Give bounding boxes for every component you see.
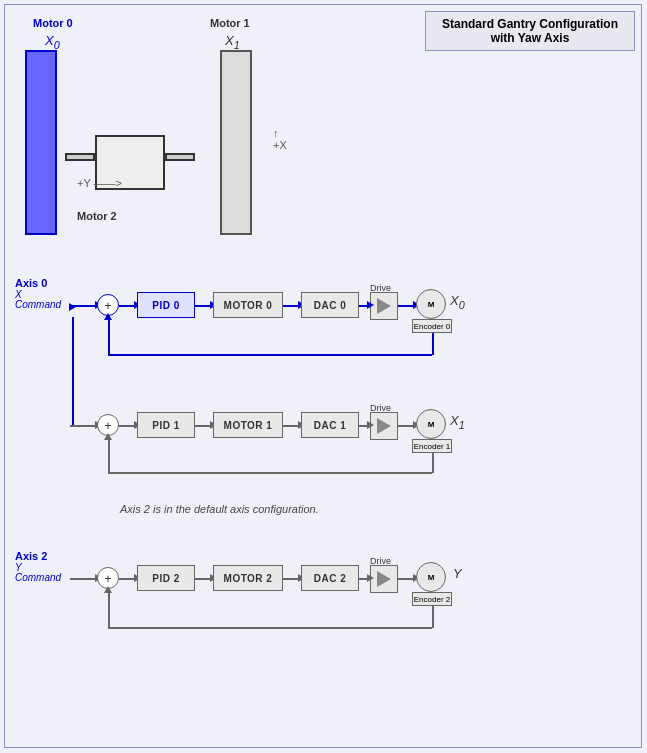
title-line1: Standard Gantry Configuration <box>442 17 618 31</box>
axis2-command: Command <box>15 572 61 583</box>
title-box: Standard Gantry Configuration with Yaw A… <box>425 11 635 51</box>
cross-wire-v <box>72 317 74 425</box>
axis0-encoder: Encoder 0 <box>412 319 452 333</box>
motor0-diagram-rect <box>25 50 57 235</box>
axis0-dac: DAC 0 <box>301 292 359 318</box>
axis2-dac: DAC 2 <box>301 565 359 591</box>
axis2-feedback-arrow <box>104 586 112 593</box>
axis0-drive-triangle <box>377 298 391 314</box>
axis2-arrowhead5 <box>367 574 374 582</box>
axis1-output: X1 <box>450 413 465 431</box>
axis1-dac: DAC 1 <box>301 412 359 438</box>
axis2-motor: Motor 2 <box>213 565 283 591</box>
cross-wire-arrowhead <box>69 303 76 311</box>
rod-left <box>65 153 95 161</box>
axis1-feedback-v1 <box>432 453 434 473</box>
axis0-label: Axis 0 <box>15 277 47 289</box>
motor0-diagram-label: Motor 0 <box>33 17 73 29</box>
main-container: Standard Gantry Configuration with Yaw A… <box>4 4 642 748</box>
axis1-motor-circle: M <box>416 409 446 439</box>
axis2-output: Y <box>453 566 462 581</box>
axis2-feedback-h <box>108 627 432 629</box>
axis2-encoder: Encoder 2 <box>412 592 452 606</box>
axis0-arrowhead5 <box>367 301 374 309</box>
axis2-feedback-v1 <box>432 606 434 628</box>
axis0-feedback-h <box>108 354 432 356</box>
plus-y-label: +Y ——> <box>77 177 122 189</box>
axis2-feedback-v2 <box>108 589 110 627</box>
axis1-pid: PID 1 <box>137 412 195 438</box>
axis2-wire1 <box>70 578 98 580</box>
axis1-drive-block <box>370 412 398 440</box>
title-line2: with Yaw Axis <box>491 31 570 45</box>
axis0-motor: Motor 0 <box>213 292 283 318</box>
axis0-feedback-v1 <box>432 333 434 355</box>
axis1-feedback-h <box>108 472 432 474</box>
axis0-command: Command <box>15 299 61 310</box>
rod-right <box>165 153 195 161</box>
motor2-diagram-label: Motor 2 <box>77 210 117 222</box>
axis0-output: X0 <box>450 293 465 311</box>
axis0-drive-block <box>370 292 398 320</box>
axis2-label: Axis 2 <box>15 550 47 562</box>
axis1-encoder: Encoder 1 <box>412 439 452 453</box>
axis0-motor-circle: M <box>416 289 446 319</box>
axis1-feedback-arrow <box>104 433 112 440</box>
axis0-feedback-arrow <box>104 313 112 320</box>
axis2-drive-block <box>370 565 398 593</box>
motor1-diagram-rect <box>220 50 252 235</box>
motor0-diagram-x: X0 <box>45 33 60 51</box>
axis1-feedback-v2 <box>108 436 110 472</box>
axis1-motor: Motor 1 <box>213 412 283 438</box>
plus-x-label: ↑+X <box>273 127 287 151</box>
axis2-drive-triangle <box>377 571 391 587</box>
axis2-pid: PID 2 <box>137 565 195 591</box>
axis0-pid: PID 0 <box>137 292 195 318</box>
axis2-motor-circle: M <box>416 562 446 592</box>
motor1-diagram-label: Motor 1 <box>210 17 250 29</box>
diagram-section: Motor 0 X0 Motor 1 X1 Motor 2 +Y ——> ↑+X <box>15 15 425 275</box>
axis1-wire1 <box>70 425 98 427</box>
axis1-drive-triangle <box>377 418 391 434</box>
axis1-arrowhead5 <box>367 421 374 429</box>
axis0-feedback-v2 <box>108 316 110 354</box>
motor1-diagram-x: X1 <box>225 33 240 51</box>
axis2-note: Axis 2 is in the default axis configurat… <box>120 503 319 515</box>
